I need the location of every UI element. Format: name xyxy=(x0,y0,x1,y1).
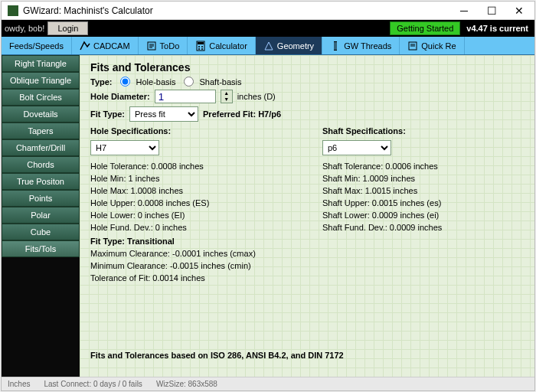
preferred-fit-label: Preferred Fit: H7/p6 xyxy=(203,109,281,119)
spin-down-icon[interactable]: ▼ xyxy=(221,96,232,103)
tab-calculator[interactable]: Calculator xyxy=(188,37,256,54)
fit-type-row: Fit Type: Press fit Preferred Fit: H7/p6 xyxy=(90,106,524,122)
type-hole-radio[interactable] xyxy=(120,77,130,87)
fit-type-label: Fit Type: xyxy=(90,109,125,119)
sidebar-item-chords[interactable]: Chords xyxy=(2,156,80,173)
sidebar-item-tapers[interactable]: Tapers xyxy=(2,122,80,139)
type-label: Type: xyxy=(90,77,113,87)
window-title: GWizard: Machinist's Calculator xyxy=(23,5,450,16)
tab-todo[interactable]: ToDo xyxy=(139,37,188,54)
svg-point-4 xyxy=(201,46,203,47)
calculator-icon xyxy=(195,41,206,51)
top-toolbar: owdy, bob! Login Getting Started v4.47 i… xyxy=(2,20,534,37)
tolerance-of-fit: Tolerance of Fit: 0.0014 inches xyxy=(90,272,524,284)
login-button[interactable]: Login xyxy=(47,21,88,35)
sidebar-item-points[interactable]: Points xyxy=(2,190,80,207)
status-units: Inches xyxy=(8,380,30,388)
tab-feeds-speeds[interactable]: Feeds/Speeds xyxy=(2,37,72,54)
diameter-spinner[interactable]: ▲▼ xyxy=(221,90,233,103)
max-clearance: Maximum Clearance: -0.0001 inches (cmax) xyxy=(90,247,524,260)
maximize-button[interactable]: ☐ xyxy=(478,2,505,19)
statusbar: Inches Last Connect: 0 days / 0 fails Wi… xyxy=(2,377,534,390)
diameter-label: Hole Diameter: xyxy=(90,92,150,101)
svg-point-3 xyxy=(198,46,200,47)
shaft-min: Shaft Min: 1.0009 inches xyxy=(322,172,524,185)
hole-spec-header: Hole Specifications: xyxy=(90,125,292,137)
sidebar-item-dovetails[interactable]: Dovetails xyxy=(2,106,80,122)
geometry-icon xyxy=(263,41,274,51)
fit-result-header: Fit Type: Transitional xyxy=(90,235,524,247)
spin-up-icon[interactable]: ▲ xyxy=(221,90,232,96)
sidebar-item-right-triangle[interactable]: Right Triangle xyxy=(2,55,80,72)
version-label: v4.47 is current xyxy=(466,24,528,33)
sidebar-item-polar[interactable]: Polar xyxy=(2,207,80,224)
diameter-units: inches (D) xyxy=(237,92,276,101)
status-last-connect: Last Connect: 0 days / 0 fails xyxy=(44,380,142,388)
quickref-icon xyxy=(407,41,418,51)
status-wizsize: WizSize: 863x588 xyxy=(156,380,217,388)
hole-lower: Hole Lower: 0 inches (EI) xyxy=(90,209,292,221)
content-pane: Fits and Tolerances Type: Hole-basis Sha… xyxy=(80,55,534,377)
type-shaft-text: Shaft-basis xyxy=(200,77,242,87)
titlebar: GWizard: Machinist's Calculator ─ ☐ ✕ xyxy=(2,2,534,20)
shaft-fund-dev: Shaft Fund. Dev.: 0.0009 inches xyxy=(322,221,524,234)
shaft-spec-column: Shaft Specifications: p6 Shaft Tolerance… xyxy=(322,125,524,234)
sidebar-item-chamfer-drill[interactable]: Chamfer/Drill xyxy=(2,139,80,156)
spec-columns: Hole Specifications: H7 Hole Tolerance: … xyxy=(90,125,524,234)
diameter-row: Hole Diameter: ▲▼ inches (D) xyxy=(90,90,524,103)
threads-icon xyxy=(330,41,341,51)
greeting-text: owdy, bob! xyxy=(5,24,44,33)
sidebar: Right Triangle Oblique Triangle Bolt Cir… xyxy=(2,55,80,377)
todo-icon xyxy=(146,41,157,51)
hole-max: Hole Max: 1.0008 inches xyxy=(90,185,292,197)
sidebar-item-cube[interactable]: Cube xyxy=(2,224,80,240)
page-title: Fits and Tolerances xyxy=(90,61,524,74)
shaft-grade-select[interactable]: p6 xyxy=(322,140,391,155)
body: Right Triangle Oblique Triangle Bolt Cir… xyxy=(2,55,534,377)
hole-min: Hole Min: 1 inches xyxy=(90,172,292,185)
hole-tolerance: Hole Tolerance: 0.0008 inches xyxy=(90,160,292,172)
type-shaft-radio[interactable] xyxy=(184,77,194,87)
fit-type-select[interactable]: Press fit xyxy=(129,106,198,122)
sidebar-item-fits-tols[interactable]: Fits/Tols xyxy=(2,240,80,257)
type-hole-text: Hole-basis xyxy=(136,77,176,87)
cadcam-icon xyxy=(80,41,90,51)
shaft-spec-header: Shaft Specifications: xyxy=(322,125,524,137)
min-clearance: Minimum Clearance: -0.0015 inches (cmin) xyxy=(90,260,524,272)
app-icon xyxy=(8,5,18,16)
hole-upper: Hole Upper: 0.0008 inches (ES) xyxy=(90,197,292,209)
svg-point-6 xyxy=(201,48,203,50)
tab-gw-threads[interactable]: GW Threads xyxy=(322,37,400,54)
type-row: Type: Hole-basis Shaft-basis xyxy=(90,77,524,87)
tab-quick-ref[interactable]: Quick Re xyxy=(400,37,464,54)
sidebar-item-bolt-circles[interactable]: Bolt Circles xyxy=(2,89,80,106)
diameter-input[interactable] xyxy=(155,90,216,103)
close-button[interactable]: ✕ xyxy=(505,2,533,19)
hole-spec-column: Hole Specifications: H7 Hole Tolerance: … xyxy=(90,125,292,234)
iso-footer: Fits and Tolerances based on ISO 286, AN… xyxy=(90,351,344,360)
svg-rect-2 xyxy=(198,42,204,44)
sidebar-item-oblique-triangle[interactable]: Oblique Triangle xyxy=(2,72,80,89)
hole-grade-select[interactable]: H7 xyxy=(90,140,159,155)
tab-geometry[interactable]: Geometry xyxy=(256,37,322,54)
tab-cadcam[interactable]: CADCAM xyxy=(72,37,139,54)
svg-point-5 xyxy=(198,48,200,50)
shaft-max: Shaft Max: 1.0015 inches xyxy=(322,185,524,197)
fit-result: Fit Type: Transitional Maximum Clearance… xyxy=(90,235,524,284)
shaft-upper: Shaft Upper: 0.0015 inches (es) xyxy=(322,197,524,209)
hole-fund-dev: Hole Fund. Dev.: 0 inches xyxy=(90,221,292,234)
minimize-button[interactable]: ─ xyxy=(450,2,478,19)
getting-started-button[interactable]: Getting Started xyxy=(390,21,460,35)
app-window: GWizard: Machinist's Calculator ─ ☐ ✕ ow… xyxy=(1,1,535,391)
shaft-tolerance: Shaft Tolerance: 0.0006 inches xyxy=(322,160,524,172)
sidebar-item-true-position[interactable]: True Positon xyxy=(2,173,80,190)
shaft-lower: Shaft Lower: 0.0009 inches (ei) xyxy=(322,209,524,221)
main-tabs: Feeds/Speeds CADCAM ToDo Calculator Geom… xyxy=(2,37,534,55)
